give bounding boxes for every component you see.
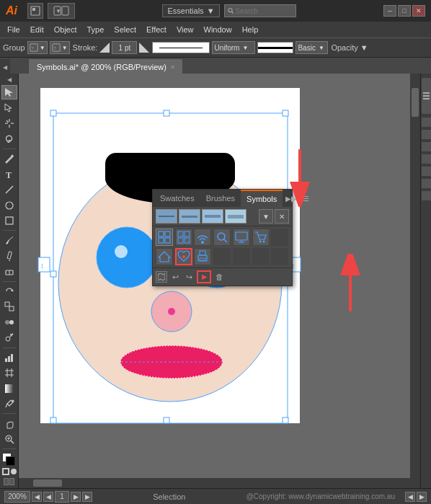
- style-2[interactable]: [179, 209, 200, 224]
- canvas-scroll-bottom[interactable]: [19, 478, 410, 488]
- symbol-empty-2[interactable]: [213, 248, 231, 265]
- symbol-heart[interactable]: [175, 248, 192, 265]
- tool-direct-selection[interactable]: [1, 100, 17, 115]
- menu-edit[interactable]: Edit: [26, 24, 48, 35]
- scroll-right[interactable]: ▶: [417, 492, 427, 502]
- tool-scale[interactable]: [1, 299, 17, 314]
- nav-next-btn[interactable]: ▶: [71, 492, 81, 502]
- stroke-input[interactable]: 1 pt: [112, 41, 137, 54]
- symbol-printer[interactable]: [194, 248, 211, 265]
- symbol-monitor[interactable]: [233, 229, 250, 246]
- tool-gradient[interactable]: [1, 381, 17, 395]
- panel-icon-6[interactable]: [422, 179, 431, 188]
- color-swatches[interactable]: [2, 453, 17, 465]
- search-input[interactable]: [235, 7, 292, 15]
- menu-help[interactable]: Help: [238, 24, 263, 35]
- panel-group-1[interactable]: [422, 78, 431, 114]
- panel-icon-7[interactable]: [422, 191, 431, 200]
- tool-ellipse[interactable]: [1, 198, 17, 212]
- symbol-empty-5[interactable]: [271, 248, 288, 265]
- symbol-cart[interactable]: [252, 229, 270, 246]
- tool-rotate[interactable]: [1, 284, 17, 299]
- menu-window[interactable]: Window: [200, 24, 236, 35]
- screen-mode-normal[interactable]: [4, 478, 9, 485]
- scroll-left[interactable]: ◀: [405, 492, 415, 502]
- panel-icon-2[interactable]: [422, 130, 431, 139]
- tool-magic-wand[interactable]: [1, 116, 17, 131]
- title-icon-2[interactable]: ▼: [48, 3, 75, 19]
- tool-blend[interactable]: [1, 315, 17, 330]
- tool-eyedropper[interactable]: [1, 397, 17, 411]
- copyright-text: @Copyright: www.dynamicwebtraining.com.a…: [246, 492, 395, 500]
- panel-undo-icon[interactable]: ↩: [169, 271, 181, 283]
- close-button[interactable]: ✕: [412, 5, 425, 17]
- panel-scroll-right[interactable]: ▼: [259, 209, 273, 224]
- zoom-display[interactable]: 200%: [4, 491, 30, 503]
- mode-dropdown1[interactable]: ? ▼: [27, 41, 48, 54]
- style-3[interactable]: [202, 209, 223, 224]
- panel-icon-4[interactable]: [422, 154, 431, 164]
- page-input[interactable]: 1: [55, 491, 69, 503]
- panel-redo-icon[interactable]: ↪: [183, 271, 195, 283]
- tab-close-button[interactable]: ×: [171, 63, 174, 71]
- panel-icon-3[interactable]: [422, 142, 431, 151]
- window-controls: ─ □ ✕: [383, 5, 425, 17]
- tool-hand[interactable]: [1, 416, 17, 430]
- menu-object[interactable]: Object: [50, 24, 81, 35]
- tool-pen[interactable]: [1, 151, 17, 166]
- canvas-scroll-right[interactable]: [410, 74, 420, 488]
- panel-place-btn[interactable]: ▶: [197, 270, 211, 283]
- symbol-wifi[interactable]: [194, 229, 211, 246]
- tool-symbol-spray[interactable]: [1, 330, 17, 345]
- minimize-button[interactable]: ─: [383, 5, 396, 17]
- symbol-grid2[interactable]: [175, 229, 192, 246]
- menu-effect[interactable]: Effect: [142, 24, 171, 35]
- tool-zoom[interactable]: [1, 432, 17, 446]
- style-4[interactable]: [225, 209, 246, 224]
- nav-prev-btn[interactable]: ◀: [32, 492, 42, 502]
- tool-pencil[interactable]: [1, 249, 17, 263]
- tool-column-graph[interactable]: [1, 350, 17, 364]
- tool-paintbrush[interactable]: [1, 233, 17, 247]
- search-bar[interactable]: [224, 4, 296, 17]
- nav-prev-btn2[interactable]: ◀: [43, 492, 53, 502]
- screen-mode-full[interactable]: [9, 478, 14, 485]
- menu-file[interactable]: File: [3, 24, 25, 35]
- symbol-empty-1[interactable]: [271, 229, 288, 246]
- tab-symbols[interactable]: Symbols: [241, 190, 283, 207]
- symbol-empty-3[interactable]: [233, 248, 250, 265]
- symbol-search[interactable]: [213, 229, 231, 246]
- symbol-grid[interactable]: [156, 229, 173, 246]
- tool-eraser[interactable]: [1, 264, 17, 278]
- svg-point-102: [262, 241, 265, 243]
- tool-rectangle[interactable]: [1, 213, 17, 228]
- tool-line[interactable]: [1, 182, 17, 197]
- toolbar: Group ? ▼ ? ▼ Stroke: 1 pt Uniform ▼ Bas…: [0, 37, 431, 58]
- workspace-dropdown[interactable]: Essentials ▼: [162, 4, 219, 17]
- mode-dropdown2[interactable]: ? ▼: [50, 41, 70, 54]
- active-tab[interactable]: Symbols.ai* @ 200% (RGB/Preview) ×: [29, 59, 182, 74]
- nav-next-btn2[interactable]: ▶: [82, 492, 92, 502]
- tool-mesh[interactable]: [1, 366, 17, 380]
- maximize-button[interactable]: □: [398, 5, 411, 17]
- style-dropdown[interactable]: Basic ▼: [296, 41, 328, 54]
- symbol-empty-4[interactable]: [252, 248, 270, 265]
- tool-lasso[interactable]: [1, 131, 17, 146]
- title-bar: Ai ▼ Essentials ▼ ─ □ ✕: [0, 0, 431, 22]
- style-1[interactable]: [156, 209, 177, 224]
- panel-delete-icon[interactable]: 🗑: [213, 271, 225, 283]
- panel-icon-5[interactable]: [422, 167, 431, 176]
- tab-brushes[interactable]: Brushes: [200, 190, 241, 207]
- tab-swatches[interactable]: Swatches: [154, 190, 200, 207]
- toolbar-collapse[interactable]: ◀: [7, 76, 12, 83]
- menu-type[interactable]: Type: [83, 24, 109, 35]
- title-icon-1[interactable]: [27, 3, 43, 19]
- symbol-home[interactable]: [156, 248, 173, 265]
- tool-selection[interactable]: [1, 85, 17, 100]
- tool-type[interactable]: T: [1, 167, 17, 181]
- menu-select[interactable]: Select: [110, 24, 141, 35]
- svg-line-97: [224, 239, 227, 242]
- stroke-type-dropdown[interactable]: Uniform ▼: [212, 41, 255, 54]
- panel-icon-1[interactable]: [422, 118, 431, 127]
- menu-view[interactable]: View: [172, 24, 198, 35]
